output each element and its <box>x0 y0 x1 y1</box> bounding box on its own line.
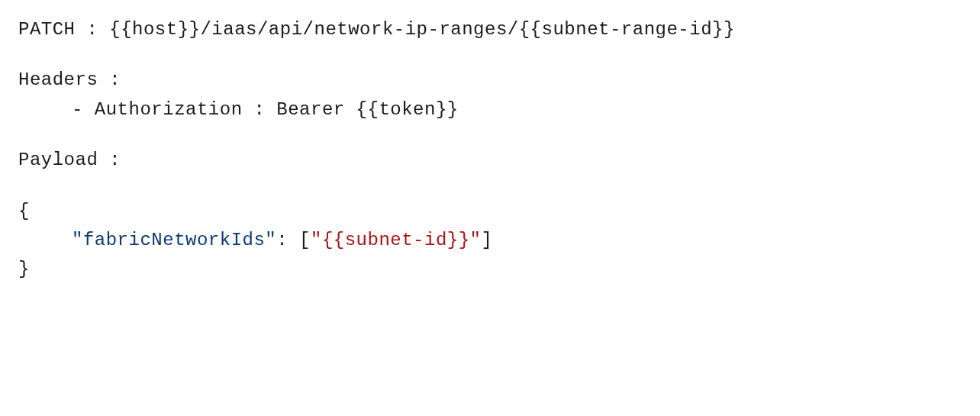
header-bullet: - <box>72 99 95 120</box>
request-line: PATCH : {{host}}/iaas/api/network-ip-ran… <box>18 15 962 44</box>
json-close-brace: } <box>18 255 962 284</box>
json-property: "fabricNetworkIds": ["{{subnet-id}}"] <box>18 226 962 255</box>
payload-label: Payload : <box>18 146 962 175</box>
header-value: Bearer {{token}} <box>276 99 458 120</box>
json-key-quote-close: " <box>265 230 276 250</box>
payload-section: Payload : <box>18 146 962 175</box>
json-array-close: ] <box>482 230 493 250</box>
header-separator: : <box>243 99 277 120</box>
json-value-quote-close: " <box>470 230 482 250</box>
json-array-open: [ <box>299 230 311 250</box>
payload-body: { "fabricNetworkIds": ["{{subnet-id}}"] … <box>18 197 962 285</box>
method-separator: : <box>76 19 110 40</box>
json-value-quote-open: " <box>311 230 322 250</box>
http-method: PATCH <box>18 19 76 40</box>
headers-section: Headers : - Authorization : Bearer {{tok… <box>18 66 962 124</box>
json-value: {{subnet-id}} <box>322 230 470 250</box>
headers-label: Headers : <box>18 66 962 95</box>
json-colon: : <box>276 230 299 250</box>
json-key: fabricNetworkIds <box>83 230 265 250</box>
json-open-brace: { <box>18 197 962 226</box>
header-name: Authorization <box>95 99 243 120</box>
header-item: - Authorization : Bearer {{token}} <box>18 95 962 124</box>
json-key-quote-open: " <box>72 230 83 250</box>
request-url: {{host}}/iaas/api/network-ip-ranges/{{su… <box>109 19 735 40</box>
